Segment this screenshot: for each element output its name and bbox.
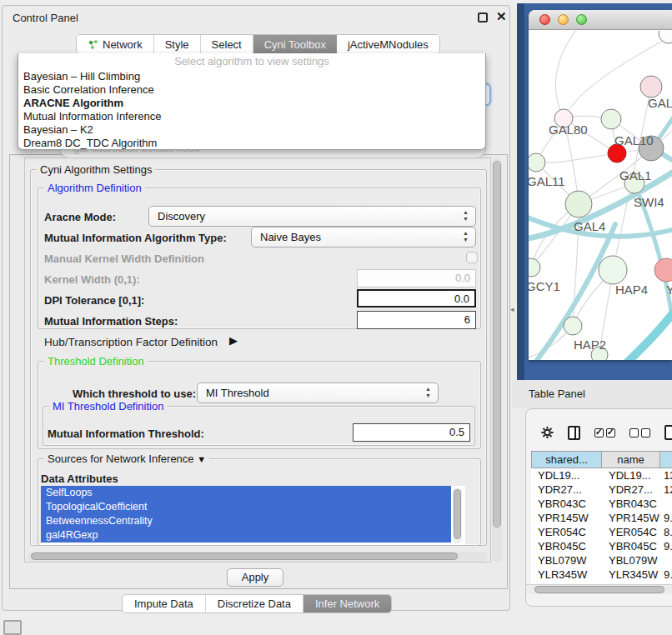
algorithm-dropdown-prompt: Select algorithm to view settings: [18, 53, 485, 70]
data-attributes-label: Data Attributes: [41, 472, 118, 485]
attributes-list-scrollbar[interactable]: [453, 488, 462, 543]
document-icon[interactable]: [664, 425, 672, 440]
network-window: GAL80 GAL10 GAL1 GAL11 SWI4 GAL4 GCY1 HA…: [529, 10, 672, 360]
cell: 9.: [660, 568, 672, 582]
corner-panel-icon[interactable]: [3, 620, 22, 635]
splitter-collapse-icon[interactable]: ◂: [510, 305, 514, 313]
tab-network-label: Network: [103, 38, 143, 51]
column-header-partial[interactable]: [660, 451, 672, 468]
tab-impute-data[interactable]: Impute Data: [123, 595, 206, 612]
node-label-swi4: SWI4: [634, 195, 664, 209]
close-icon[interactable]: ✕: [496, 9, 507, 24]
menu-item-mutual-information[interactable]: Mutual Information Inference: [18, 110, 485, 123]
checked-box-icon: [594, 428, 604, 438]
mi-threshold-label: Mutual Information Threshold:: [48, 428, 204, 440]
table-panel-card: shared... name YDL19... YDL19... 13 YDR2…: [525, 408, 672, 607]
mi-steps-label: Mutual Information Steps:: [44, 315, 178, 328]
table-row[interactable]: YDL19... YDL19... 13: [531, 468, 672, 482]
network-window-titlebar[interactable]: [529, 10, 672, 30]
dpi-tolerance-input[interactable]: 0.0: [357, 289, 476, 308]
tab-style[interactable]: Style: [154, 35, 201, 53]
mi-type-label: Mutual Information Algorithm Type:: [44, 232, 227, 244]
column-header-name[interactable]: name: [602, 451, 660, 468]
node-label-hap4: HAP4: [615, 282, 648, 297]
node-label-gal10: GAL10: [614, 133, 654, 148]
float-window-icon[interactable]: [478, 12, 488, 22]
mi-threshold-input[interactable]: 0.5: [353, 423, 470, 442]
mi-threshold-value: 0.5: [449, 426, 464, 438]
list-item-gal4rgexp[interactable]: gal4RGexp: [41, 528, 451, 542]
network-canvas[interactable]: GAL80 GAL10 GAL1 GAL11 SWI4 GAL4 GCY1 HA…: [529, 31, 672, 360]
cell: YBL079W: [602, 553, 660, 568]
data-attributes-list[interactable]: SelfLoops TopologicalCoefficient Between…: [41, 486, 465, 545]
vscroll-thumb[interactable]: [493, 161, 501, 528]
tab-infer-network[interactable]: Infer Network: [303, 595, 391, 612]
algorithm-definition-title: Algorithm Definition: [44, 182, 145, 194]
cell: YPR145W: [531, 511, 602, 525]
select-all-checkboxes-icon[interactable]: [594, 428, 615, 438]
checked-box-icon: [606, 428, 615, 438]
tab-network[interactable]: Network: [77, 35, 154, 53]
cell: YBR043C: [602, 497, 660, 511]
columns-icon[interactable]: [568, 426, 580, 440]
combo-stepper-icon: ▲▼: [462, 230, 469, 243]
collapse-down-arrow-icon[interactable]: ▼: [197, 454, 206, 464]
mi-steps-input[interactable]: 6: [357, 311, 476, 329]
collapse-right-arrow-icon[interactable]: ▶: [229, 334, 238, 347]
mi-type-value: Naive Bayes: [260, 231, 321, 243]
unchecked-box-icon: [629, 428, 639, 438]
table-row[interactable]: YER054C YER054C 8.: [531, 525, 672, 539]
table-row[interactable]: YBR045C YBR045C 9.: [531, 539, 672, 553]
aracne-mode-label: Aracne Mode:: [44, 211, 116, 223]
sources-title-text: Sources for Network Inference: [48, 452, 194, 465]
cell: YDL19...: [602, 468, 660, 482]
table-panel-titlebar: Table Panel: [512, 380, 672, 408]
mi-type-combo[interactable]: Naive Bayes ▲▼: [251, 227, 476, 248]
attributes-scroll-thumb[interactable]: [454, 489, 461, 539]
menu-item-dream8[interactable]: Dream8 DC_TDC Algorithm: [18, 137, 485, 150]
table-hscroll-thumb[interactable]: [534, 586, 664, 593]
list-item-betweennesscentrality[interactable]: BetweennessCentrality: [41, 514, 451, 528]
menu-item-bayesian-k2[interactable]: Bayesian – K2: [18, 123, 485, 137]
settings-vertical-scrollbar[interactable]: [492, 158, 502, 562]
kernel-width-input[interactable]: 0.0: [357, 269, 476, 288]
deselect-all-checkboxes-icon[interactable]: [629, 428, 650, 438]
aracne-mode-combo[interactable]: Discovery ▲▼: [148, 206, 476, 227]
menu-item-basic-correlation[interactable]: Basic Correlation Inference: [18, 83, 485, 97]
table-row[interactable]: YDR27... YDR27... 12: [531, 482, 672, 497]
table-toolbar: [526, 418, 672, 448]
node-label-y-partial: Y: [666, 282, 672, 297]
table-row[interactable]: YPR145W YPR145W 9.: [531, 511, 672, 525]
list-item-topologicalcoefficient[interactable]: TopologicalCoefficient: [41, 500, 451, 514]
manual-kernel-checkbox[interactable]: [466, 252, 478, 263]
menu-item-bayesian-hill-climbing[interactable]: Bayesian – Hill Climbing: [18, 70, 485, 83]
tab-select[interactable]: Select: [201, 35, 253, 53]
table-row[interactable]: YLR345W YLR345W 9.: [531, 568, 672, 582]
table-horizontal-scrollbar[interactable]: [526, 584, 672, 594]
table-row[interactable]: YBR043C YBR043C: [531, 497, 672, 511]
table-row[interactable]: YBL079W YBL079W: [531, 553, 672, 568]
tab-cyni-toolbox[interactable]: Cyni Toolbox: [253, 35, 337, 53]
node-label-gal11: GAL11: [529, 174, 565, 188]
which-threshold-combo[interactable]: MI Threshold ▲▼: [197, 382, 439, 403]
mi-threshold-group-title: MI Threshold Definition: [49, 400, 167, 412]
settings-horizontal-scrollbar[interactable]: [28, 552, 488, 562]
apply-button[interactable]: Apply: [227, 568, 283, 587]
close-traffic-light-icon[interactable]: [539, 14, 550, 25]
bottom-tabbar: Impute Data Discretize Data Infer Networ…: [122, 594, 392, 613]
menu-item-aracne[interactable]: ARACNE Algorithm: [18, 97, 485, 110]
cell: 9.: [660, 511, 672, 525]
tab-jactivemnodules[interactable]: jActiveMNodules: [337, 35, 439, 53]
combo-stepper-icon: ▲▼: [424, 386, 432, 399]
zoom-traffic-light-icon[interactable]: [576, 14, 587, 25]
gear-icon[interactable]: [541, 425, 554, 440]
cell: YLR345W: [602, 568, 660, 582]
minimize-traffic-light-icon[interactable]: [558, 14, 569, 25]
hscroll-thumb[interactable]: [31, 552, 458, 560]
mi-steps-value: 6: [464, 313, 470, 326]
tab-discretize-data[interactable]: Discretize Data: [206, 595, 303, 612]
node-label-gal-partial: GAL: [648, 96, 672, 110]
which-threshold-label: Which threshold to use:: [73, 388, 196, 400]
column-header-shared-name[interactable]: shared...: [531, 451, 602, 468]
list-item-selfloops[interactable]: SelfLoops: [41, 486, 451, 500]
